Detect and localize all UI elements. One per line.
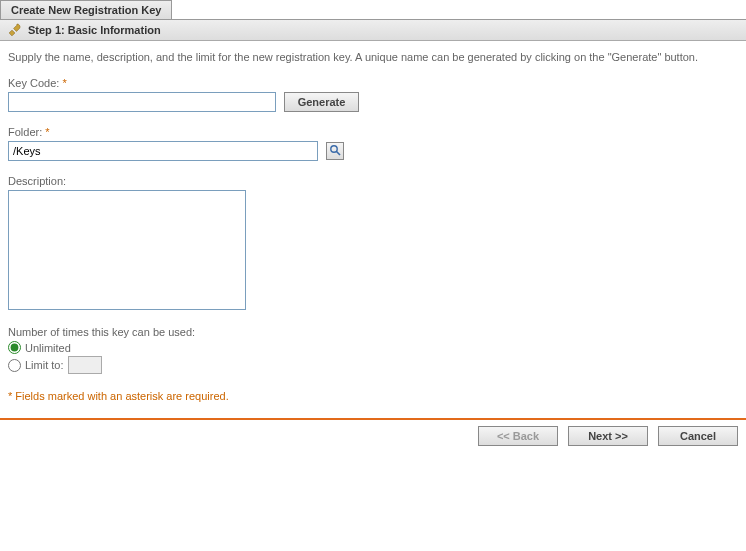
- wizard-footer: << Back Next >> Cancel: [0, 426, 746, 454]
- svg-rect-0: [9, 30, 15, 36]
- label-text: Folder:: [8, 126, 42, 138]
- keycode-field: Key Code: * Generate: [8, 77, 738, 112]
- tab-bar: Create New Registration Key: [0, 0, 746, 20]
- keycode-input[interactable]: [8, 92, 276, 112]
- radio-limit-to[interactable]: [8, 359, 21, 372]
- svg-line-2: [337, 152, 341, 156]
- label-text: Key Code:: [8, 77, 59, 89]
- generate-button[interactable]: Generate: [284, 92, 359, 112]
- required-footnote: * Fields marked with an asterisk are req…: [8, 390, 738, 402]
- radio-unlimited-label: Unlimited: [25, 342, 71, 354]
- folder-input[interactable]: [8, 141, 318, 161]
- next-button[interactable]: Next >>: [568, 426, 648, 446]
- description-label: Description:: [8, 175, 738, 187]
- instructions-text: Supply the name, description, and the li…: [8, 51, 738, 63]
- folder-field: Folder: *: [8, 126, 738, 161]
- step-header: Step 1: Basic Information: [0, 20, 746, 41]
- step-title: Step 1: Basic Information: [28, 24, 161, 36]
- radio-unlimited-row: Unlimited: [8, 341, 738, 354]
- usage-field: Number of times this key can be used: Un…: [8, 326, 738, 374]
- limit-input[interactable]: [68, 356, 102, 374]
- browse-folder-button[interactable]: [326, 142, 344, 160]
- magnifier-icon: [329, 144, 341, 158]
- usage-label: Number of times this key can be used:: [8, 326, 738, 338]
- description-field: Description:: [8, 175, 738, 312]
- description-textarea[interactable]: [8, 190, 246, 310]
- required-asterisk: *: [62, 77, 66, 89]
- cancel-button[interactable]: Cancel: [658, 426, 738, 446]
- radio-limit-row: Limit to:: [8, 356, 738, 374]
- radio-limit-label: Limit to:: [25, 359, 64, 371]
- back-button: << Back: [478, 426, 558, 446]
- svg-point-1: [331, 146, 337, 152]
- tab-label: Create New Registration Key: [11, 4, 161, 16]
- divider: [0, 418, 746, 420]
- wrench-icon: [8, 23, 22, 37]
- form-content: Supply the name, description, and the li…: [0, 41, 746, 414]
- radio-unlimited[interactable]: [8, 341, 21, 354]
- folder-label: Folder: *: [8, 126, 738, 138]
- required-asterisk: *: [45, 126, 49, 138]
- keycode-label: Key Code: *: [8, 77, 738, 89]
- tab-create-registration-key[interactable]: Create New Registration Key: [0, 0, 172, 19]
